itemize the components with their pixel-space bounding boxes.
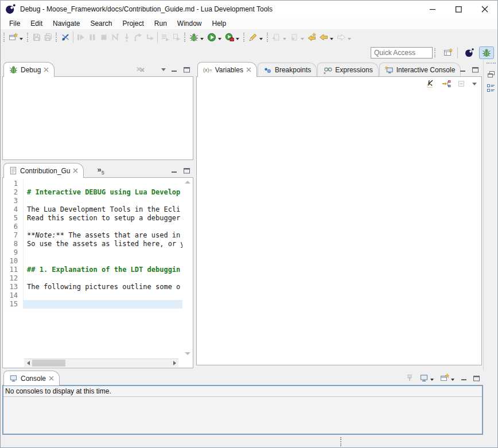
tab-contribution-guide[interactable]: Contribution_Gu [3,163,84,178]
quick-access-input[interactable] [371,47,433,59]
next-annotation-button[interactable] [289,31,306,44]
tab-variables[interactable]: (x)= Variables [197,62,257,77]
menu-item-edit[interactable]: Edit [25,18,48,29]
outline-view-button[interactable] [485,82,497,95]
minimize-view-icon[interactable] [171,66,178,73]
scrollbar-track[interactable] [32,359,170,367]
scroll-left-icon[interactable] [24,359,32,367]
display-console-dropdown[interactable] [430,379,434,381]
disconnect-button[interactable] [110,31,121,44]
minimize-window-button[interactable] [420,1,446,18]
menu-item-window[interactable]: Window [172,18,207,29]
debug-dropdown[interactable] [200,38,204,40]
toolbar-drag-handle[interactable] [3,33,6,42]
editor-line[interactable]: 6 [3,223,182,231]
tab-console[interactable]: Console [3,371,60,385]
next-annotation-dropdown[interactable] [301,38,304,40]
editor-line[interactable]: 5Read this section to setup a debugger [3,214,182,223]
step-return-button[interactable] [144,31,155,44]
save-all-button[interactable] [42,31,54,44]
display-selected-console-button[interactable] [419,372,435,384]
save-button[interactable] [31,31,42,44]
close-icon[interactable] [44,67,49,72]
step-into-button[interactable] [121,31,133,44]
maximize-view-icon[interactable] [472,66,479,73]
editor-line[interactable]: 4The Lua Development Tools in the Ecli [3,205,182,214]
forward-dropdown[interactable] [348,38,351,40]
editor-line[interactable]: 11## 1. Explanation of the LDT debuggin [3,266,182,274]
scroll-down-icon[interactable] [185,352,190,355]
close-window-button[interactable] [472,1,497,18]
tab-debug[interactable]: Debug [3,62,55,77]
toolbar-drag-handle[interactable] [267,33,269,42]
minimize-view-icon[interactable] [461,375,468,381]
previous-annotation-button[interactable] [271,31,289,44]
menu-item-run[interactable]: Run [149,18,172,29]
restore-view-button[interactable] [485,68,497,81]
editor-line[interactable]: 2# Interactive DEBUG using Lua Develop [3,188,182,197]
maximize-view-icon[interactable] [183,66,190,73]
toolbar-drag-handle[interactable] [434,48,437,57]
editor-line[interactable]: 12 [3,274,182,283]
tab-expressions[interactable]: Expressions [317,63,378,77]
toolbar-drag-handle[interactable] [27,33,29,42]
collapse-all-icon[interactable] [457,80,466,88]
line-number[interactable]: 9 [3,248,24,257]
view-menu-icon[interactable] [161,68,166,71]
line-number[interactable]: 6 [3,223,24,231]
new-wizard-button[interactable] [7,31,25,44]
editor-line[interactable]: 13The following pictures outline some o [3,283,182,291]
editor-line[interactable]: 10 [3,257,182,266]
show-logical-structure-icon[interactable] [442,79,451,88]
console-content[interactable]: No consoles to display at this time. [2,385,483,435]
editor-line[interactable]: 15 [3,300,182,309]
mark-occurrences-dropdown[interactable] [259,38,263,40]
line-number[interactable]: 7 [3,231,24,240]
maximize-window-button[interactable] [446,1,472,18]
menu-item-help[interactable]: Help [207,18,232,29]
editor-line[interactable]: 7**Note:** The assets that are used in [3,231,182,240]
back-button[interactable] [318,31,336,44]
resume-button[interactable] [75,31,87,44]
editor-content[interactable]: 12# Interactive DEBUG using Lua Develop3… [2,177,193,368]
tab-interactive-console[interactable]: Interactive Console [379,63,461,77]
run-dropdown[interactable] [218,38,221,40]
menu-item-project[interactable]: Project [117,18,149,29]
scrollbar-thumb[interactable] [32,360,65,367]
toolbar-drag-handle[interactable] [243,33,246,42]
close-icon[interactable] [246,67,251,72]
remove-all-terminated-icon[interactable] [136,65,145,74]
pin-console-icon[interactable] [405,373,414,383]
line-number[interactable]: 3 [3,197,24,205]
editor-line[interactable]: 3 [3,197,182,205]
skip-all-breakpoints-button[interactable] [60,31,71,44]
debug-button[interactable] [188,31,206,44]
horizontal-scrollbar[interactable] [24,359,178,367]
close-icon[interactable] [73,168,78,173]
status-bar-drag-handle[interactable] [340,437,341,446]
editor-line[interactable]: 9 [3,248,182,257]
open-console-button[interactable] [440,372,456,384]
external-tools-dropdown[interactable] [236,38,239,40]
line-number[interactable]: 4 [3,205,24,214]
perspective-debug-button[interactable] [479,46,494,59]
editor-line[interactable]: 14 [3,291,182,300]
line-number[interactable]: 11 [3,266,24,274]
close-icon[interactable] [49,376,54,381]
tab-breakpoints[interactable]: Breakpoints [258,63,317,77]
new-wizard-dropdown[interactable] [20,38,23,40]
last-edit-location-button[interactable] [306,31,318,44]
use-step-filters-button[interactable] [159,31,171,44]
scroll-right-icon[interactable] [170,359,178,367]
scroll-up-icon[interactable] [185,181,190,184]
editor-line[interactable]: 8So use the assets as listed here, or y [3,240,182,248]
menu-item-file[interactable]: File [4,18,25,29]
maximize-view-icon[interactable] [183,167,190,174]
step-over-button[interactable] [133,31,144,44]
view-menu-icon[interactable] [472,83,477,85]
line-number[interactable]: 2 [3,188,24,197]
forward-button[interactable] [336,31,353,44]
perspective-lua-button[interactable] [462,46,477,59]
menu-item-navigate[interactable]: Navigate [48,18,85,29]
line-number[interactable]: 12 [3,274,24,283]
